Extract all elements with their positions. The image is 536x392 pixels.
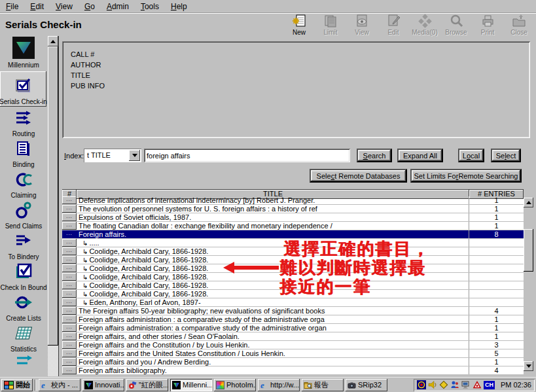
table-row[interactable]: ...Foreign affairs, and other stories / … (62, 332, 524, 341)
input-method-badge[interactable]: CH (484, 381, 495, 389)
table-row[interactable]: ...↳Coolidge, Archibald Cary, 1866-1928. (62, 256, 524, 264)
table-row[interactable]: ...↳Coolidge, Archibald Cary, 1866-1928. (62, 281, 524, 290)
sidebar-item-create-lists[interactable]: Create Lists (0, 293, 47, 323)
task-button-photoim[interactable]: PhotoIm... (214, 379, 256, 391)
scanner-tray-icon[interactable] (473, 380, 482, 389)
expand-all-button[interactable]: Expand All (397, 149, 443, 162)
results-scroll-down-button[interactable] (524, 361, 533, 371)
index-dropdown-button[interactable] (129, 150, 140, 161)
sidebar-scrollbar[interactable] (48, 36, 58, 376)
row-select-button[interactable]: ... (62, 196, 77, 204)
sidebar-item-statistics[interactable]: Statistics (0, 323, 47, 354)
select-remote-databases-button[interactable]: Select Remote Databases (310, 169, 407, 183)
row-select-button[interactable]: ... (62, 273, 77, 281)
table-row[interactable]: ...Expulsions of Soviet officials, 1987.… (62, 213, 524, 222)
table-row[interactable]: ...Foreign affairs and you / Andrew Berd… (62, 358, 524, 366)
row-select-button[interactable]: ... (62, 298, 77, 306)
table-row[interactable]: ...↳Coolidge, Archibald Cary, 1866-1928. (62, 273, 524, 281)
menu-item-tools[interactable]: Tools (135, 0, 165, 13)
table-row[interactable]: ...↳Coolidge, Archibald Cary, 1866-1928. (62, 247, 524, 256)
table-row[interactable]: ...Foreign affairs bibliography.4 (62, 366, 524, 374)
start-button[interactable]: 開始 (1, 379, 33, 391)
row-select-button[interactable]: ... (62, 222, 77, 230)
menu-item-file[interactable]: File (0, 0, 24, 13)
sidebar-item-millennium[interactable]: Millennium (0, 37, 47, 70)
row-title: ↳Eden, Anthony, Earl of Avon, 1897- (77, 298, 469, 306)
sidebar-item-claiming[interactable]: Claiming (0, 169, 47, 200)
index-combobox[interactable]: t TITLE (84, 149, 141, 162)
row-select-button[interactable]: ... (62, 366, 77, 374)
sidebar-scroll-thumb[interactable] (48, 46, 58, 346)
sidebar-item-to-bindery[interactable]: To Bindery (0, 231, 47, 262)
sidebar-scroll-up-button[interactable] (48, 36, 58, 46)
menu-item-go[interactable]: Go (79, 0, 101, 13)
table-row[interactable]: ...↳Coolidge, Archibald Cary, 1866-1928. (62, 264, 524, 273)
table-row[interactable]: ...The evolution of personnel systems fo… (62, 205, 524, 213)
select-button[interactable]: Select (491, 149, 521, 162)
search-input[interactable] (144, 149, 350, 162)
row-select-button[interactable]: ... (62, 213, 77, 221)
set-limits-remote-button[interactable]: Set Limits For Remote Searching (410, 169, 522, 183)
row-select-button[interactable]: ... (62, 315, 77, 323)
row-select-button[interactable]: ... (62, 205, 77, 213)
sidebar-item-serials-check-in[interactable]: Serials Check-in (0, 71, 46, 107)
media-tray-icon[interactable] (417, 380, 426, 389)
task-button-innovati[interactable]: Innovati... (82, 379, 124, 391)
row-select-button[interactable]: ... (62, 332, 77, 340)
row-select-button[interactable]: ... (62, 307, 77, 315)
task-button-item[interactable]: e校內 - ... (39, 379, 80, 391)
table-row[interactable]: ...The floating Canadian dollar : exchan… (62, 222, 524, 230)
table-row[interactable]: ...↳Eden, Anthony, Earl of Avon, 1897- (62, 298, 524, 307)
task-button-http-w[interactable]: ehttp://w... (258, 379, 300, 391)
pc-tray-icon[interactable] (461, 380, 471, 389)
table-row[interactable]: ...Foreign affairs and the United States… (62, 349, 524, 358)
row-select-button[interactable]: ... (62, 290, 77, 298)
sidebar-item-routing[interactable]: Routing (0, 108, 47, 139)
sidebar-item-send-claims[interactable]: Send Claims (0, 200, 47, 231)
ime-tray-icon[interactable] (439, 380, 448, 389)
menu-item-edit[interactable]: Edit (24, 0, 50, 13)
row-select-button[interactable]: ... (62, 239, 77, 247)
chevron-down-icon (132, 154, 137, 160)
local-button[interactable]: Local (458, 149, 484, 162)
menu-item-help[interactable]: Help (165, 0, 193, 13)
menu-item-view[interactable]: View (50, 0, 79, 13)
results-scroll-thumb[interactable] (524, 229, 533, 272)
volume-tray-icon[interactable] (428, 380, 437, 389)
row-select-button[interactable]: ... (62, 358, 77, 366)
users-tray-icon[interactable] (450, 380, 459, 389)
row-select-button[interactable]: ... (62, 264, 77, 272)
sub-entry-arrow-icon: ↳ (79, 291, 89, 298)
table-row[interactable]: ...Foreign affairs.8 (62, 230, 524, 239)
menu-item-admin[interactable]: Admin (101, 0, 135, 13)
results-scrollbar[interactable] (524, 198, 533, 371)
table-row[interactable]: ...Foreign affairs and the Constitution … (62, 341, 524, 349)
table-row[interactable]: ...Foreign affairs administration : a co… (62, 315, 524, 324)
sidebar-item-binding[interactable]: Binding (0, 139, 47, 169)
table-row[interactable]: ...↳..... (62, 239, 524, 247)
row-select-button[interactable]: ... (62, 256, 77, 264)
sidebar-scroll-track[interactable] (48, 346, 58, 376)
new-button[interactable]: New (283, 10, 315, 37)
table-row[interactable]: ...The Foreign affairs 50-year bibliogra… (62, 307, 524, 315)
sidebar-item-check-in-bound[interactable]: Check In Bound (0, 262, 47, 293)
table-row[interactable]: ...Defense implications of international… (62, 196, 524, 205)
row-select-button[interactable]: ... (62, 247, 77, 255)
table-row[interactable]: ...↳Coolidge, Archibald Cary, 1866-1928. (62, 290, 524, 298)
results-scroll-up-button[interactable] (524, 198, 533, 207)
media-0-button: Media(0) (409, 10, 440, 37)
task-button-srip32[interactable]: SRip32 (346, 379, 387, 391)
media-icon (417, 13, 433, 29)
row-select-button[interactable]: ... (62, 281, 77, 289)
row-select-button[interactable]: ... (62, 230, 77, 238)
row-select-button[interactable]: ... (62, 349, 77, 357)
task-button-label: http://w... (270, 381, 299, 389)
row-select-button[interactable]: ... (62, 341, 77, 349)
sidebar-item-partial[interactable] (0, 354, 47, 368)
row-select-button[interactable]: ... (62, 324, 77, 332)
table-row[interactable]: ...Foreign affairs administration: a com… (62, 324, 524, 332)
task-button-millenni[interactable]: Millenni... (170, 379, 212, 391)
task-button-item[interactable]: "紅的眼... (126, 379, 168, 391)
task-button-item[interactable]: 報告 (302, 379, 344, 391)
search-button[interactable]: Search (357, 149, 392, 162)
